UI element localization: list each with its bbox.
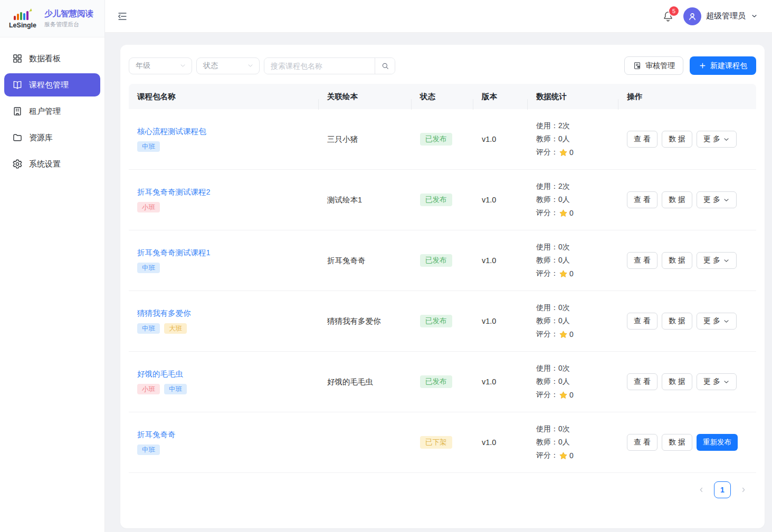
pagination: 1 [129, 473, 756, 507]
teacher-label: 教师： [536, 438, 558, 447]
package-name-link[interactable]: 折耳兔奇奇测试课程2 [137, 187, 211, 197]
chevron-down-icon [723, 318, 730, 325]
sidebar-item-settings[interactable]: 系统设置 [4, 152, 100, 176]
more-button[interactable]: 更多 [697, 373, 737, 390]
notification-bell[interactable]: 5 [662, 11, 674, 22]
grade-tags: 中班 [137, 263, 310, 274]
data-button[interactable]: 数据 [662, 313, 692, 330]
data-button[interactable]: 数据 [662, 131, 692, 148]
more-button[interactable]: 更多 [697, 313, 737, 330]
teacher-value: 0人 [558, 195, 570, 205]
stats: 使用：0次 教师：0人 评分：0 [528, 243, 618, 278]
dashboard-icon [12, 53, 23, 64]
audit-icon [633, 61, 642, 70]
package-name-link[interactable]: 核心流程测试课程包 [137, 127, 206, 137]
prev-page-button[interactable] [693, 481, 710, 498]
sidebar-item-resources[interactable]: 资源库 [4, 126, 100, 149]
usage-value: 0次 [558, 303, 570, 313]
grade-tag: 中班 [164, 384, 187, 395]
grade-tag: 中班 [137, 263, 160, 274]
column-header: 状态 [412, 92, 473, 102]
row-actions: 查看 数据 更多 [618, 313, 756, 330]
more-button[interactable]: 更多 [697, 191, 737, 208]
search-icon [381, 62, 389, 70]
sidebar-item-label: 数据看板 [29, 54, 61, 64]
sidebar-item-course-packages[interactable]: 课程包管理 [4, 73, 100, 96]
rating-label: 评分： [536, 269, 558, 278]
star-icon [559, 148, 568, 157]
grade-tags: 小班中班 [137, 384, 310, 395]
status-badge: 已下架 [420, 436, 452, 449]
table-row: 好饿的毛毛虫 小班中班 好饿的毛毛虫 已发布 v1.0 使用：0次 教师：0人 … [129, 352, 756, 412]
search-button[interactable] [375, 58, 395, 74]
grade-tag: 中班 [137, 444, 160, 456]
usage-label: 使用： [536, 182, 558, 191]
version: v1.0 [473, 196, 528, 204]
package-name-link[interactable]: 猜猜我有多爱你 [137, 308, 191, 318]
logo: LeSingle 少儿智慧阅读 服务管理后台 [0, 0, 104, 37]
chevron-left-icon [698, 486, 705, 494]
view-button[interactable]: 查看 [627, 434, 657, 451]
star-icon [559, 269, 568, 278]
table-body: 核心流程测试课程包 中班 三只小猪 已发布 v1.0 使用：2次 教师：0人 评… [129, 109, 756, 473]
search-input[interactable] [264, 58, 375, 74]
row-actions: 查看 数据 更多 [618, 131, 756, 148]
column-header: 课程包名称 [129, 92, 319, 102]
table-row: 折耳兔奇奇测试课程1 中班 折耳兔奇奇 已发布 v1.0 使用：0次 教师：0人… [129, 230, 756, 291]
review-management-button[interactable]: 审核管理 [624, 56, 683, 75]
chevron-down-icon [750, 12, 758, 20]
table-row: 猜猜我有多爱你 中班大班 猜猜我有多爱你 已发布 v1.0 使用：0次 教师：0… [129, 291, 756, 352]
view-button[interactable]: 查看 [627, 131, 657, 148]
teacher-label: 教师： [536, 256, 558, 265]
column-header: 数据统计 [528, 92, 618, 102]
collapse-sidebar-icon[interactable] [117, 11, 128, 22]
stats: 使用：2次 教师：0人 评分：0 [528, 121, 618, 157]
data-button[interactable]: 数据 [662, 252, 692, 269]
page-number-button[interactable]: 1 [714, 481, 731, 498]
view-button[interactable]: 查看 [627, 191, 657, 208]
more-button[interactable]: 更多 [697, 131, 737, 148]
column-header: 关联绘本 [319, 92, 412, 102]
status-filter-select[interactable]: 状态 [196, 57, 260, 74]
rating-value: 0 [569, 451, 574, 460]
data-button[interactable]: 数据 [662, 191, 692, 208]
sidebar-item-tenants[interactable]: 租户管理 [4, 100, 100, 123]
book-name: 猜猜我有多爱你 [319, 316, 412, 326]
row-actions: 查看 数据 更多 [618, 373, 756, 390]
rating-label: 评分： [536, 451, 558, 460]
search-group [264, 57, 395, 74]
sidebar-item-dashboard[interactable]: 数据看板 [4, 47, 100, 70]
teacher-value: 0人 [558, 377, 570, 386]
topbar: 5 超级管理员 [105, 0, 772, 33]
package-name-link[interactable]: 折耳兔奇奇测试课程1 [137, 248, 211, 258]
course-package-card: 年级 状态 审核管理 [120, 45, 765, 528]
data-button[interactable]: 数据 [662, 373, 692, 390]
notification-badge: 5 [669, 6, 679, 16]
user-menu[interactable]: 超级管理员 [683, 7, 758, 25]
view-button[interactable]: 查看 [627, 252, 657, 269]
more-button[interactable]: 更多 [697, 252, 737, 269]
rating-value: 0 [569, 330, 574, 338]
rating-value: 0 [569, 391, 574, 399]
folder-icon [12, 132, 23, 143]
package-name-link[interactable]: 好饿的毛毛虫 [137, 369, 183, 379]
version: v1.0 [473, 317, 528, 325]
stats: 使用：2次 教师：0人 评分：0 [528, 182, 618, 218]
star-icon [559, 330, 568, 339]
view-button[interactable]: 查看 [627, 373, 657, 390]
view-button[interactable]: 查看 [627, 313, 657, 330]
grade-filter-select[interactable]: 年级 [129, 57, 192, 74]
book-name: 三只小猪 [319, 134, 412, 144]
data-button[interactable]: 数据 [662, 434, 692, 451]
package-name-link[interactable]: 折耳兔奇奇 [137, 430, 176, 440]
usage-label: 使用： [536, 303, 558, 313]
grade-tag: 中班 [137, 141, 160, 152]
create-package-button[interactable]: 新建课程包 [690, 56, 756, 75]
rating-label: 评分： [536, 148, 558, 157]
next-page-button[interactable] [735, 481, 752, 498]
sidebar-item-label: 资源库 [29, 133, 53, 143]
teacher-label: 教师： [536, 377, 558, 386]
column-header: 操作 [618, 92, 756, 102]
gear-icon [12, 159, 23, 169]
republish-button[interactable]: 重新发布 [697, 434, 738, 451]
